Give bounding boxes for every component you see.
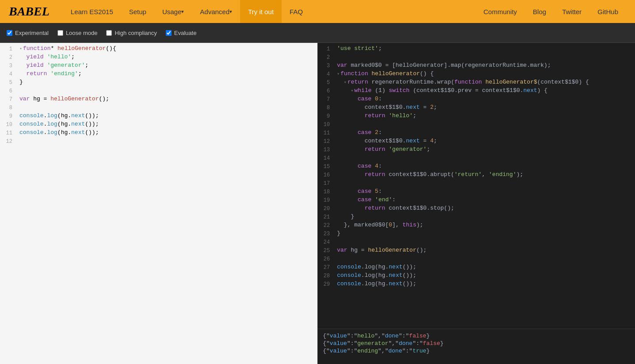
experimental-checkbox[interactable]: Experimental [7,30,49,36]
nav-item-faq[interactable]: FAQ [282,0,311,23]
table-row: 10 console.log(hg.next()); [0,120,317,129]
table-row: 6 ▾while (1) switch (context$1$0.prev = … [318,87,635,95]
table-row: 25 var hg = helloGenerator(); [318,246,635,255]
left-panel: 1 ▾function* helloGenerator(){ 2 yield '… [0,43,318,364]
table-row: 13 return 'generator'; [318,146,635,154]
table-row: 11 console.log(hg.next()); [0,129,317,137]
table-row: 16 return context$1$0.abrupt('return', '… [318,171,635,179]
nav-item-twitter[interactable]: Twitter [554,0,589,23]
table-row: 9 return 'hello'; [318,112,635,120]
right-code-output: 1 'use strict'; 2 3 var marked0$0 = [hel… [318,43,635,329]
nav-item-learn[interactable]: Learn ES2015 [63,0,121,23]
table-row: 19 case 'end': [318,196,635,204]
table-row: 29 console.log(hg.next()); [318,280,635,288]
table-row: 9 console.log(hg.next()); [0,112,317,120]
table-row: 20 return context$1$0.stop(); [318,204,635,213]
table-row: 11 case 2: [318,129,635,137]
logo: BABEL [9,4,50,19]
table-row: 1 'use strict'; [318,45,635,53]
evaluate-checkbox[interactable]: Evaluate [166,30,197,36]
output-bottom: {"value":"hello","done":"false} {"value"… [318,329,635,364]
header: BABEL Learn ES2015 Setup Usage Advanced … [0,0,635,23]
table-row: 21 } [318,213,635,221]
main: 1 ▾function* helloGenerator(){ 2 yield '… [0,43,635,364]
output-line-2: {"value":"generator","done":"false} [323,340,630,347]
loose-mode-checkbox[interactable]: Loose mode [57,30,98,36]
table-row: 5 ▾return regeneratorRuntime.wrap(functi… [318,78,635,87]
table-row: 8 [0,103,317,112]
nav-item-blog[interactable]: Blog [525,0,554,23]
table-row: 2 yield 'hello'; [0,53,317,61]
table-row: 3 var marked0$0 = [helloGenerator].map(r… [318,61,635,70]
table-row: 15 case 4: [318,162,635,171]
table-row: 2 [318,53,635,61]
table-row: 18 case 5: [318,188,635,196]
right-panel: 1 'use strict'; 2 3 var marked0$0 = [hel… [318,43,635,364]
table-row: 14 [318,154,635,162]
table-row: 1 ▾function* helloGenerator(){ [0,45,317,53]
nav-item-advanced[interactable]: Advanced [192,0,240,23]
table-row: 10 [318,120,635,129]
output-line-1: {"value":"hello","done":"false} [323,333,630,339]
table-row: 4 return 'ending'; [0,70,317,78]
nav-item-tryitout[interactable]: Try it out [240,0,282,23]
left-code-editor[interactable]: 1 ▾function* helloGenerator(){ 2 yield '… [0,43,317,364]
table-row: 3 yield 'generator'; [0,61,317,70]
high-compliancy-checkbox[interactable]: High compliancy [106,30,157,36]
table-row: 23 } [318,230,635,238]
nav-item-community[interactable]: Community [475,0,525,23]
table-row: 8 context$1$0.next = 2; [318,103,635,112]
output-line-3: {"value":"ending","done":"true} [323,348,630,354]
nav-item-setup[interactable]: Setup [121,0,154,23]
table-row: 24 [318,238,635,246]
table-row: 17 [318,179,635,188]
nav-item-usage[interactable]: Usage [154,0,192,23]
table-row: 5 } [0,78,317,87]
nav-right: Community Blog Twitter GitHub [475,0,626,23]
nav-item-github[interactable]: GitHub [589,0,626,23]
table-row: 6 [0,87,317,95]
table-row: 4 ▾function helloGenerator() { [318,70,635,78]
table-row: 7 case 0: [318,95,635,103]
nav-left: Learn ES2015 Setup Usage Advanced Try it… [63,0,311,23]
table-row: 27 console.log(hg.next()); [318,263,635,272]
table-row: 26 [318,255,635,263]
table-row: 22 }, marked0$0[0], this); [318,221,635,230]
table-row: 28 console.log(hg.next()); [318,272,635,280]
toolbar: Experimental Loose mode High compliancy … [0,23,635,43]
table-row: 7 var hg = helloGenerator(); [0,95,317,103]
table-row: 12 [0,137,317,146]
table-row: 12 context$1$0.next = 4; [318,137,635,146]
